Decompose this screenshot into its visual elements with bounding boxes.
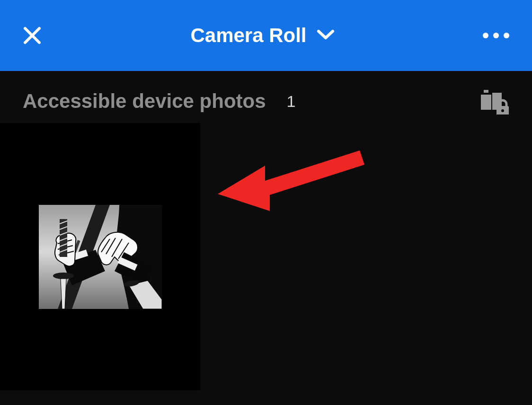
album-picker[interactable]: Camera Roll — [190, 24, 334, 47]
section-label: Accessible device photos — [23, 90, 266, 113]
thumbnail-image — [39, 205, 162, 309]
more-options-icon[interactable] — [483, 33, 509, 38]
svg-point-17 — [53, 273, 74, 279]
header-bar: Camera Roll — [0, 0, 532, 71]
svg-rect-2 — [484, 90, 488, 93]
svg-point-6 — [501, 109, 504, 112]
photo-grid — [0, 123, 532, 390]
photo-thumbnail[interactable] — [0, 123, 200, 390]
sort-lock-icon[interactable] — [481, 88, 509, 114]
chevron-down-icon — [317, 29, 334, 42]
section-header: Accessible device photos 1 — [0, 71, 532, 123]
close-icon[interactable] — [23, 26, 42, 45]
svg-rect-3 — [481, 95, 491, 110]
section-count: 1 — [287, 92, 296, 111]
album-title: Camera Roll — [190, 24, 306, 47]
